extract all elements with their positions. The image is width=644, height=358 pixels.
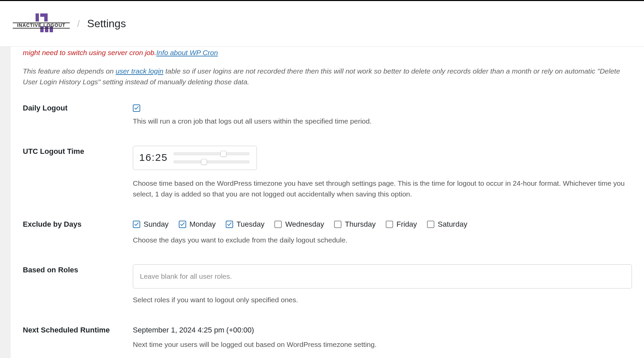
based-on-roles-label: Based on Roles [23,264,133,274]
day-tuesday[interactable]: Tuesday [226,219,265,230]
utc-time-input[interactable]: 16:25 [133,146,257,170]
exclude-days-help: Choose the days you want to exclude from… [133,235,632,246]
day-saturday[interactable]: Saturday [427,219,467,230]
daily-logout-checkbox[interactable] [133,104,140,112]
day-monday[interactable]: Monday [179,219,216,230]
minute-slider[interactable] [174,161,249,163]
roles-help: Select roles if you want to logout only … [133,295,632,306]
wp-cron-info-link[interactable]: Info about WP Cron [156,49,218,56]
svg-rect-2 [44,17,48,21]
page-title: Settings [87,17,126,30]
utc-time-value: 16:25 [139,150,168,166]
warning-tail: might need to switch using server cron j… [23,49,156,56]
header-divider: / [77,18,80,29]
next-runtime-label: Next Scheduled Runtime [23,324,133,334]
feature-dependency-note: This feature also depends on user track … [23,66,632,88]
daily-logout-help: This will run a cron job that logs out a… [133,116,632,127]
settings-content: might need to switch using server cron j… [11,47,644,358]
exclude-days-list: Sunday Monday Tuesday Wednesday [133,219,632,230]
day-thursday[interactable]: Thursday [334,219,376,230]
user-track-login-link[interactable]: user track login [116,67,163,75]
day-sunday[interactable]: Sunday [133,219,169,230]
exclude-days-label: Exclude by Days [23,219,133,229]
svg-rect-1 [40,13,48,17]
roles-placeholder: Leave blank for all user roles. [140,271,232,282]
utc-time-help: Choose time based on the WordPress timez… [133,178,632,200]
hour-slider[interactable] [174,152,249,155]
header-bar: INACTIVE LOGOUT / Settings [0,1,644,47]
next-runtime-value: September 1, 2024 4:25 pm (+00:00) [133,324,632,336]
next-runtime-help: Next time your users will be logged out … [133,339,632,350]
brand-text: INACTIVE LOGOUT [17,23,65,28]
wp-cron-warning: might need to switch using server cron j… [23,47,632,58]
brand-logo: INACTIVE LOGOUT [13,13,70,35]
day-friday[interactable]: Friday [386,219,417,230]
day-wednesday[interactable]: Wednesday [274,219,324,230]
roles-select-input[interactable]: Leave blank for all user roles. [133,264,632,288]
daily-logout-label: Daily Logout [23,102,133,113]
svg-rect-0 [36,13,39,21]
utc-logout-time-label: UTC Logout Time [23,146,133,156]
